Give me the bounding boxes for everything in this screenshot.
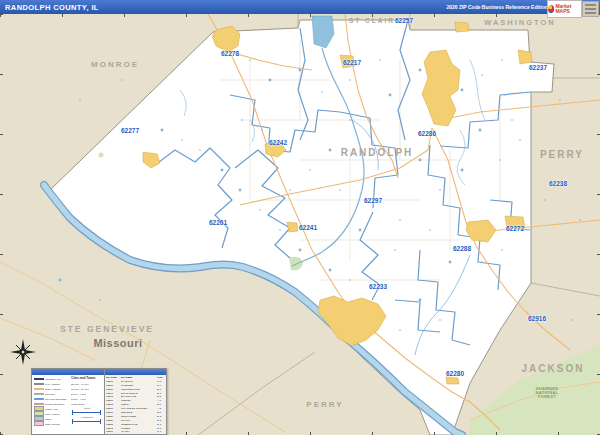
zip-table-column-header: ZIP Code — [106, 376, 112, 379]
zip-label-62288: 62288 — [453, 245, 471, 252]
zip-table-cell-grid: D-3 — [157, 422, 160, 425]
pond-dot — [181, 139, 183, 141]
pond-dot — [339, 189, 341, 191]
pond-dot — [481, 261, 483, 263]
pond-dot — [419, 159, 422, 162]
legend-panel: 2026 Randolph County, IL Map Interstate … — [31, 368, 106, 435]
legend-item-other-county: Other County — [34, 421, 71, 426]
pond-dot — [429, 229, 431, 231]
county-label-perry-3: PERRY — [540, 149, 584, 160]
pond-dot — [161, 129, 164, 132]
pond-dot — [479, 129, 482, 132]
zip-table-column-header: Grid — [157, 376, 160, 379]
legend-line-sample — [34, 392, 44, 396]
zip-table-cell-name: COULTERVILLE — [121, 387, 136, 390]
pond-dot — [199, 149, 201, 151]
pond-dot — [321, 91, 323, 93]
zip-label-62217: 62217 — [343, 59, 361, 66]
zip-label-62242: 62242 — [269, 139, 287, 146]
zip-index-panel: ZIP Code Index/Grid Locator ZIP CodeZIP … — [104, 368, 167, 435]
pond-dot — [399, 219, 401, 221]
zip-table-cell-zip: 62280 — [106, 415, 112, 418]
pond-dot — [481, 74, 483, 76]
legend-item-label: Interstate Hwy — [45, 377, 61, 380]
county-label-ste-genevieve-5: STE GENEVIEVE — [60, 324, 154, 334]
legend-city-row: Under 2,500City — [71, 401, 103, 406]
barcode-chip — [582, 1, 599, 17]
zip-table-cell-name: CHESTER — [121, 383, 136, 386]
pond-dot — [439, 189, 441, 191]
edition-label: 2026 ZIP Code Business Reference Edition — [446, 4, 548, 10]
legend-item-label: Water — [45, 417, 52, 420]
pond-dot — [389, 94, 392, 97]
pond-dot — [249, 59, 251, 61]
legend-line-sample — [34, 387, 44, 391]
legend-swatch-sample — [34, 422, 44, 426]
pond-dot — [261, 129, 263, 131]
zip-table-cell-zip: 62292 — [106, 426, 112, 429]
county-label-jackson-6: JACKSON — [522, 363, 585, 374]
scale-km-label: Kilometers — [80, 416, 93, 419]
county-label-randolph-4: RANDOLPH — [341, 147, 414, 158]
zip-label-62278: 62278 — [221, 50, 239, 57]
zip-table-cell-grid: B-2 — [157, 395, 160, 398]
pond-dot — [349, 79, 351, 81]
logo-text: Market MAPS — [555, 4, 581, 14]
legend-item-label: U.S. Highway — [45, 382, 60, 385]
zip-table-cell-grid: A-3 — [157, 399, 160, 402]
zip-label-62237: 62237 — [529, 64, 547, 71]
zip-table-cell-grid: E-3 — [157, 403, 160, 406]
legend-line-sample — [34, 377, 44, 381]
legend-swatch-sample — [34, 417, 44, 421]
zip-table-cell-name: TILDEN — [121, 426, 136, 429]
pond-dot — [349, 279, 351, 281]
county-label-perry-7: PERRY — [306, 400, 343, 409]
pond-dot — [419, 299, 422, 302]
pond-dot — [359, 229, 362, 232]
pond-dot — [501, 59, 503, 61]
zip-label-62272: 62272 — [506, 225, 524, 232]
grid-ticks-left — [0, 14, 3, 435]
city-size-label: 10,000 - 24,999 — [71, 387, 89, 390]
city-size-label: 2,500 - 4,999 — [71, 397, 86, 400]
pond-dot — [259, 209, 261, 211]
county-label-st-clair-1: ST CLAIR — [349, 17, 395, 24]
map-page: 6227862217622576223762277622426228662297… — [0, 0, 600, 435]
city-size-label: 5,000 - 9,999 — [71, 392, 86, 395]
legend-symbols-column: Interstate HwyU.S. HighwayState HighwayR… — [34, 376, 71, 426]
urban-tilden — [455, 22, 469, 32]
legend-swatch-sample — [34, 412, 44, 416]
zip-table-cell-grid: D-2 — [157, 418, 160, 421]
zip-table-cell-name: PERCY — [121, 403, 136, 406]
zip-table-cell-name: MODOC — [121, 399, 136, 402]
zip-table-cell-zip: 62297 — [106, 430, 112, 433]
pond-dot — [461, 169, 464, 172]
legend-line-sample — [34, 402, 44, 406]
zip-table-cell-zip: 62242 — [106, 395, 112, 398]
pond-dot — [399, 329, 401, 331]
pond-dot — [121, 79, 123, 81]
zip-table-cell-zip: 62277 — [106, 407, 112, 410]
compass-rose — [10, 339, 36, 365]
scale-miles-label: Miles — [80, 407, 93, 410]
legend-item-label: Park / Forest — [45, 412, 59, 415]
pond-dot — [559, 99, 561, 101]
logo-globe-icon — [548, 5, 554, 13]
pond-dot — [221, 169, 224, 172]
zip-table-row-62297: 62297WALSHC-3 — [106, 429, 165, 433]
pond-dot — [239, 189, 242, 192]
state-label-missouri: Missouri — [93, 337, 142, 349]
legend-title-bar: 2026 Randolph County, IL Map — [32, 369, 105, 375]
legend-item-label: Railroad — [45, 392, 54, 395]
pond-dot — [501, 249, 503, 251]
pond-dot — [309, 169, 311, 171]
zip-table-cell-grid: D-5 — [157, 415, 160, 418]
zip-table-cell-name: EVANSVILLE — [121, 395, 136, 398]
pond-dot — [449, 261, 452, 264]
zip-table-cell-zip: 62288 — [106, 422, 112, 425]
pond-dot — [329, 269, 332, 272]
zip-label-62241: 62241 — [299, 224, 317, 231]
pond-dot — [59, 279, 62, 282]
zip-table-cell-zip: 62272 — [106, 403, 112, 406]
pond-dot — [329, 149, 332, 152]
